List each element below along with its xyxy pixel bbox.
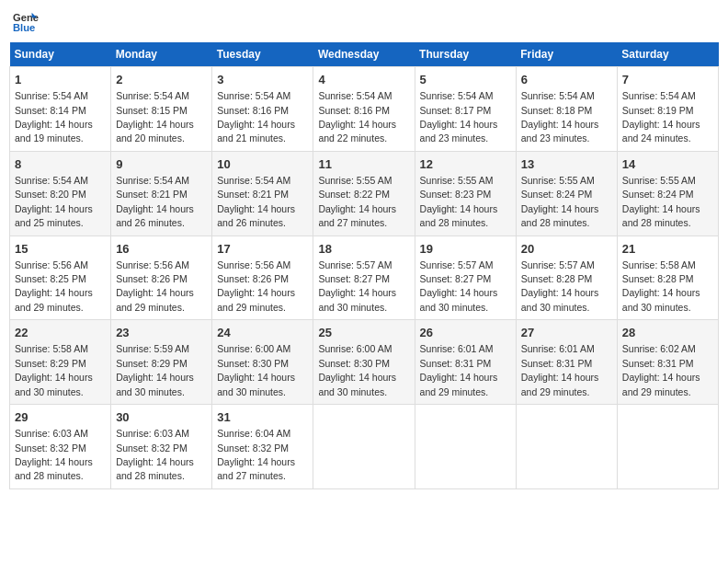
day-number: 19 (420, 241, 511, 258)
day-number: 7 (622, 72, 713, 88)
sunset-info: Sunset: 8:24 PM (521, 189, 593, 200)
calendar-cell: 7Sunrise: 5:54 AMSunset: 8:19 PMDaylight… (617, 67, 718, 152)
sunrise-info: Sunrise: 5:57 AM (420, 259, 494, 270)
calendar-cell: 27Sunrise: 6:01 AMSunset: 8:31 PMDayligh… (516, 320, 617, 405)
calendar-cell: 3Sunrise: 5:54 AMSunset: 8:16 PMDaylight… (212, 67, 313, 152)
sunset-info: Sunset: 8:27 PM (420, 273, 492, 284)
svg-text:Blue: Blue (13, 22, 35, 33)
day-number: 13 (521, 156, 612, 173)
sunset-info: Sunset: 8:30 PM (318, 358, 390, 369)
day-number: 29 (15, 409, 106, 426)
sunrise-info: Sunrise: 6:03 AM (15, 428, 88, 439)
calendar-cell: 1Sunrise: 5:54 AMSunset: 8:14 PMDaylight… (10, 67, 111, 152)
daylight-info: Daylight: 14 hours and 23 minutes. (420, 119, 498, 144)
sunset-info: Sunset: 8:22 PM (318, 189, 390, 200)
calendar-cell: 22Sunrise: 5:58 AMSunset: 8:29 PMDayligh… (10, 320, 111, 405)
sunset-info: Sunset: 8:25 PM (15, 273, 86, 284)
calendar-week-row: 1Sunrise: 5:54 AMSunset: 8:14 PMDaylight… (10, 67, 719, 152)
day-number: 1 (15, 72, 106, 88)
sunrise-info: Sunrise: 5:54 AM (116, 175, 189, 186)
sunrise-info: Sunrise: 6:00 AM (217, 343, 290, 354)
weekday-header-monday: Monday (111, 42, 212, 67)
daylight-info: Daylight: 14 hours and 29 minutes. (217, 287, 295, 312)
daylight-info: Daylight: 14 hours and 28 minutes. (521, 203, 599, 228)
daylight-info: Daylight: 14 hours and 24 minutes. (622, 119, 700, 144)
sunrise-info: Sunrise: 5:56 AM (116, 259, 189, 270)
calendar-cell: 19Sunrise: 5:57 AMSunset: 8:27 PMDayligh… (415, 236, 516, 320)
day-number: 12 (420, 156, 511, 173)
sunset-info: Sunset: 8:31 PM (622, 358, 694, 369)
day-number: 8 (15, 156, 106, 173)
daylight-info: Daylight: 14 hours and 29 minutes. (15, 287, 93, 312)
sunrise-info: Sunrise: 5:54 AM (217, 90, 290, 101)
day-number: 27 (521, 325, 612, 341)
day-number: 17 (217, 241, 308, 258)
calendar-cell: 9Sunrise: 5:54 AMSunset: 8:21 PMDaylight… (111, 151, 212, 236)
sunrise-info: Sunrise: 5:55 AM (521, 175, 595, 186)
sunset-info: Sunset: 8:30 PM (217, 358, 289, 369)
logo-icon: General Blue (13, 9, 39, 35)
sunset-info: Sunset: 8:16 PM (318, 105, 390, 116)
sunrise-info: Sunrise: 5:58 AM (622, 259, 696, 270)
sunrise-info: Sunrise: 5:56 AM (15, 259, 88, 270)
calendar-cell: 11Sunrise: 5:55 AMSunset: 8:22 PMDayligh… (313, 151, 415, 236)
daylight-info: Daylight: 14 hours and 29 minutes. (521, 372, 599, 396)
daylight-info: Daylight: 14 hours and 30 minutes. (622, 287, 700, 312)
calendar-week-row: 15Sunrise: 5:56 AMSunset: 8:25 PMDayligh… (10, 236, 719, 320)
sunrise-info: Sunrise: 6:01 AM (420, 343, 494, 354)
calendar-cell: 15Sunrise: 5:56 AMSunset: 8:25 PMDayligh… (10, 236, 111, 320)
day-number: 5 (420, 72, 511, 88)
daylight-info: Daylight: 14 hours and 30 minutes. (420, 287, 498, 312)
day-number: 3 (217, 72, 308, 88)
sunrise-info: Sunrise: 6:00 AM (318, 343, 392, 354)
sunrise-info: Sunrise: 5:55 AM (420, 175, 494, 186)
calendar-week-row: 22Sunrise: 5:58 AMSunset: 8:29 PMDayligh… (10, 320, 719, 405)
sunrise-info: Sunrise: 5:54 AM (318, 90, 392, 101)
day-number: 21 (622, 241, 713, 258)
sunset-info: Sunset: 8:21 PM (217, 189, 289, 200)
day-number: 18 (318, 241, 409, 258)
sunrise-info: Sunrise: 6:02 AM (622, 343, 696, 354)
daylight-info: Daylight: 14 hours and 30 minutes. (15, 372, 93, 396)
calendar-cell: 24Sunrise: 6:00 AMSunset: 8:30 PMDayligh… (212, 320, 313, 405)
sunset-info: Sunset: 8:29 PM (15, 358, 86, 369)
sunset-info: Sunset: 8:26 PM (116, 273, 188, 284)
calendar-cell: 31Sunrise: 6:04 AMSunset: 8:32 PMDayligh… (212, 405, 313, 489)
sunrise-info: Sunrise: 5:55 AM (318, 175, 392, 186)
sunset-info: Sunset: 8:18 PM (521, 105, 593, 116)
daylight-info: Daylight: 14 hours and 27 minutes. (217, 456, 295, 481)
daylight-info: Daylight: 14 hours and 29 minutes. (420, 372, 498, 396)
calendar-cell (617, 405, 718, 489)
sunset-info: Sunset: 8:32 PM (217, 442, 289, 454)
daylight-info: Daylight: 14 hours and 28 minutes. (116, 456, 194, 481)
calendar-cell: 14Sunrise: 5:55 AMSunset: 8:24 PMDayligh… (617, 151, 718, 236)
sunset-info: Sunset: 8:23 PM (420, 189, 492, 200)
calendar-cell: 21Sunrise: 5:58 AMSunset: 8:28 PMDayligh… (617, 236, 718, 320)
sunrise-info: Sunrise: 5:56 AM (217, 259, 290, 270)
daylight-info: Daylight: 14 hours and 19 minutes. (15, 119, 93, 144)
daylight-info: Daylight: 14 hours and 25 minutes. (15, 203, 93, 228)
weekday-header-saturday: Saturday (617, 42, 718, 67)
sunrise-info: Sunrise: 5:54 AM (217, 175, 290, 186)
sunset-info: Sunset: 8:14 PM (15, 105, 86, 116)
calendar-cell: 8Sunrise: 5:54 AMSunset: 8:20 PMDaylight… (10, 151, 111, 236)
sunset-info: Sunset: 8:20 PM (15, 189, 86, 200)
sunset-info: Sunset: 8:21 PM (116, 189, 188, 200)
calendar-cell (415, 405, 516, 489)
sunset-info: Sunset: 8:28 PM (622, 273, 694, 284)
sunset-info: Sunset: 8:28 PM (521, 273, 593, 284)
daylight-info: Daylight: 14 hours and 30 minutes. (116, 372, 194, 396)
calendar-cell: 30Sunrise: 6:03 AMSunset: 8:32 PMDayligh… (111, 405, 212, 489)
sunset-info: Sunset: 8:17 PM (420, 105, 492, 116)
sunrise-info: Sunrise: 5:59 AM (116, 343, 189, 354)
daylight-info: Daylight: 14 hours and 20 minutes. (116, 119, 194, 144)
day-number: 23 (116, 325, 207, 341)
daylight-info: Daylight: 14 hours and 26 minutes. (217, 203, 295, 228)
daylight-info: Daylight: 14 hours and 21 minutes. (217, 119, 295, 144)
sunset-info: Sunset: 8:31 PM (420, 358, 492, 369)
day-number: 26 (420, 325, 511, 341)
sunrise-info: Sunrise: 5:54 AM (420, 90, 494, 101)
sunrise-info: Sunrise: 5:55 AM (622, 175, 696, 186)
calendar-cell: 2Sunrise: 5:54 AMSunset: 8:15 PMDaylight… (111, 67, 212, 152)
calendar-cell: 25Sunrise: 6:00 AMSunset: 8:30 PMDayligh… (313, 320, 415, 405)
